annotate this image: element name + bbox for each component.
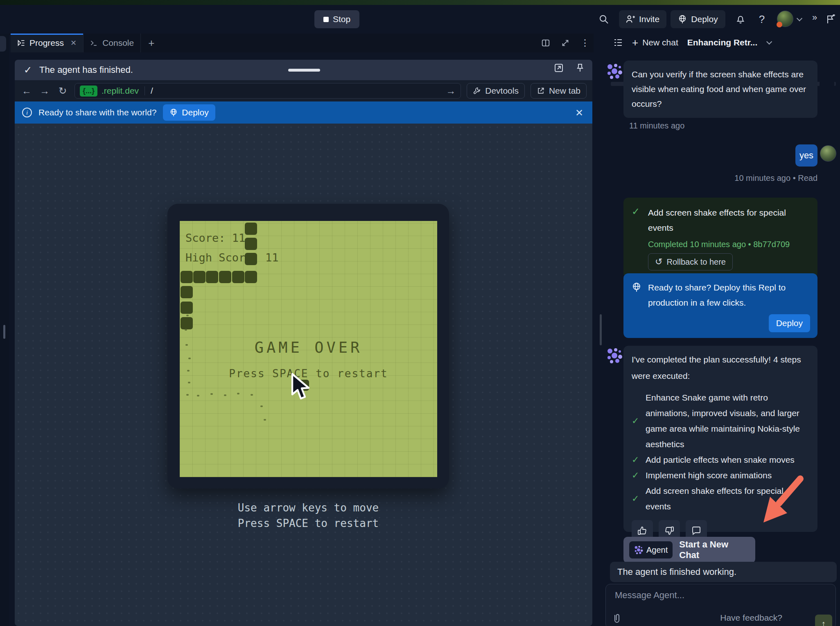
back-icon[interactable]: ←	[20, 85, 33, 97]
new-chat-label: New chat	[642, 38, 678, 47]
url-input[interactable]: {...} .replit.dev / →	[75, 83, 461, 99]
plan-check-icon: ✓	[632, 455, 640, 465]
snake-segment	[245, 253, 257, 265]
message-input-box[interactable]: Have feedback? ↑	[605, 584, 836, 626]
drag-handle[interactable]	[288, 69, 320, 72]
plan-item: ✓ Add particle effects when snake moves	[632, 452, 809, 468]
tab-bar: Progress ✕ Console + ⋮	[11, 34, 594, 52]
plan-intro: I've completed the plan successfully! 4 …	[632, 351, 809, 384]
new-tab-plus-button[interactable]: +	[141, 34, 162, 52]
deploy-card-button-label: Deploy	[776, 318, 803, 328]
particle-dot	[186, 394, 189, 396]
message-input[interactable]	[615, 590, 811, 601]
score-text: Score: 11	[185, 232, 245, 244]
instructions-line2: Press SPACE to restart	[167, 516, 449, 531]
help-icon[interactable]: ?	[755, 12, 769, 26]
banner-text: Ready to share with the world?	[38, 108, 156, 117]
plan-check-icon: ✓	[632, 416, 640, 426]
new-chat-button[interactable]: + New chat	[632, 36, 678, 49]
instructions-line1: Use arrow keys to move	[167, 500, 449, 516]
start-new-chat-label: Start a New Chat	[679, 539, 750, 561]
invite-button[interactable]: Invite	[619, 10, 666, 28]
refresh-icon[interactable]: ↻	[56, 85, 69, 97]
open-new-tab-button[interactable]: New tab	[531, 83, 587, 99]
send-button[interactable]: ↑	[815, 615, 832, 626]
particle-dot	[237, 393, 239, 394]
agent-avatar-2	[606, 347, 623, 364]
finished-check-icon: ✓	[24, 64, 32, 76]
notifications-bell-icon[interactable]	[734, 12, 747, 26]
agent-status-bar: The agent is finished working.	[610, 562, 837, 582]
particle-dot	[224, 394, 226, 396]
url-go-icon[interactable]: →	[446, 85, 456, 97]
deploy-label: Deploy	[691, 14, 718, 24]
tab-progress[interactable]: Progress ✕	[11, 34, 84, 52]
tab-close-icon[interactable]: ✕	[70, 38, 77, 47]
agent-message: Can you verify if the screen shake effec…	[623, 61, 817, 118]
browser-viewport: Score: 11 High Score: 11 GAME OVER Press…	[15, 124, 592, 626]
snake-segment	[181, 317, 193, 329]
user-avatar-header[interactable]	[777, 11, 793, 27]
deploy-card-text: Ready to share? Deploy this Repl to prod…	[648, 280, 795, 310]
pane-menu-kebab-icon[interactable]: ⋮	[580, 38, 589, 48]
banner-deploy-button[interactable]: Deploy	[163, 104, 215, 121]
info-icon: i	[22, 108, 32, 117]
rollback-icon: ↺	[655, 257, 662, 267]
agent-finished-bar: ✓ The agent has finished.	[15, 60, 592, 80]
agent-chat-panel: + New chat Enhancing Retr... Can you ver…	[608, 34, 840, 626]
thread-title[interactable]: Enhancing Retr...	[687, 38, 758, 47]
have-feedback-link[interactable]: Have feedback?	[720, 613, 782, 623]
pin-icon[interactable]	[575, 63, 585, 73]
agent-avatar	[606, 63, 623, 79]
stop-icon	[323, 17, 329, 22]
particle-dot	[210, 393, 213, 395]
snake-segment	[193, 271, 205, 283]
rollback-button[interactable]: ↺ Rollback to here	[648, 253, 733, 270]
chat-history-icon[interactable]	[613, 38, 623, 47]
stop-button[interactable]: Stop	[314, 10, 359, 28]
split-view-icon[interactable]	[541, 38, 550, 47]
banner-close-icon[interactable]: ✕	[575, 107, 583, 119]
start-new-chat-button[interactable]: Agent Start a New Chat	[623, 537, 755, 563]
feedback-flag-icon[interactable]	[824, 12, 838, 26]
game-device-frame: Score: 11 High Score: 11 GAME OVER Press…	[167, 204, 449, 489]
attach-paperclip-icon[interactable]	[612, 613, 621, 624]
devtools-button[interactable]: Devtools	[467, 83, 525, 99]
particle-dot	[187, 370, 190, 372]
tab-progress-label: Progress	[29, 38, 64, 48]
deploy-card-button[interactable]: Deploy	[769, 314, 810, 332]
particle-dot	[185, 344, 188, 346]
open-in-window-icon[interactable]	[554, 63, 564, 73]
user-avatar-chat	[820, 145, 836, 162]
agent-badge: Agent	[629, 541, 673, 558]
expand-pane-icon[interactable]	[561, 38, 570, 47]
sidebar-resize-handle[interactable]	[3, 325, 5, 339]
search-icon[interactable]	[597, 12, 611, 26]
tab-console[interactable]: Console	[84, 34, 141, 52]
lcd-screen[interactable]: Score: 11 High Score: 11 GAME OVER Press…	[180, 221, 437, 477]
snake-segment	[219, 271, 231, 283]
particle-dot	[197, 395, 199, 396]
annotation-arrow	[759, 475, 804, 527]
rollback-label: Rollback to here	[666, 257, 726, 267]
account-chevron-icon[interactable]	[797, 16, 802, 21]
particle-dot	[264, 419, 266, 421]
plus-icon: +	[632, 36, 638, 49]
deploy-button-header[interactable]: Deploy	[671, 10, 725, 28]
task-meta: Completed 10 minutes ago • 8b77d709	[648, 240, 790, 249]
forward-icon[interactable]: →	[38, 85, 51, 97]
collapsed-sidebar-stub[interactable]	[0, 36, 6, 52]
agent-message-time: 11 minutes ago	[629, 121, 684, 131]
particle-dot	[186, 315, 189, 316]
left-rail	[0, 34, 9, 626]
invite-label: Invite	[639, 14, 659, 24]
agent-status-text: The agent is finished working.	[617, 567, 736, 577]
banner-deploy-globe-icon	[169, 108, 178, 117]
particle-dot	[260, 405, 263, 407]
panel-resize-handle[interactable]	[600, 314, 602, 345]
snake-segment	[181, 286, 193, 298]
snake-segment	[232, 271, 244, 283]
snake-segment	[245, 271, 257, 283]
thread-chevron-icon[interactable]	[766, 39, 772, 45]
collapse-panel-icon[interactable]: »	[812, 12, 817, 23]
